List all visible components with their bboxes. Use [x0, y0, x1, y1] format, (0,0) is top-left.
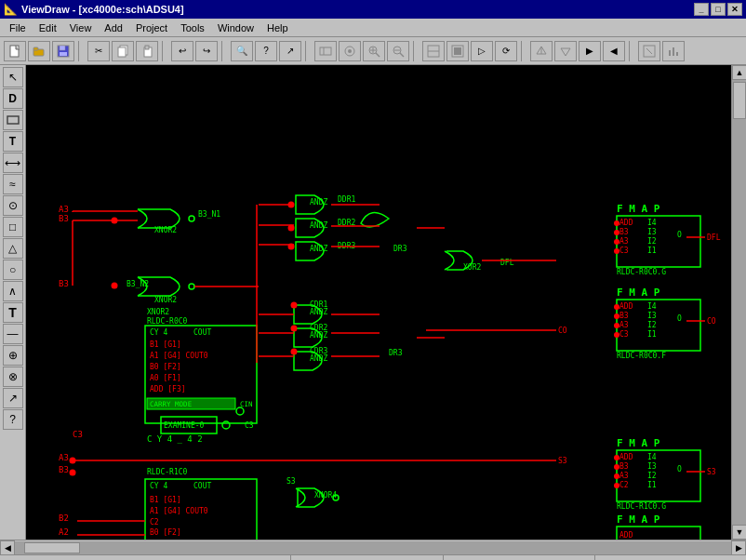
- svg-point-155: [70, 470, 76, 476]
- lt-rect[interactable]: □: [3, 217, 23, 237]
- tb-undo[interactable]: ↩: [171, 41, 193, 61]
- lt-arc[interactable]: ∧: [3, 281, 23, 301]
- main-area: ↖ D T ⟷ ≈ ⊙ □ △ ○ ∧ T — ⊕ ⊗ ↗ ? A3 B3 XN…: [0, 65, 746, 540]
- svg-text:XOR2: XOR2: [463, 263, 481, 272]
- maximize-button[interactable]: □: [711, 3, 726, 16]
- tb-zoom-fit[interactable]: [363, 41, 385, 61]
- left-toolbar: ↖ D T ⟷ ≈ ⊙ □ △ ○ ∧ T — ⊕ ⊗ ↗ ?: [0, 65, 26, 540]
- lt-draw-line[interactable]: D: [3, 88, 23, 109]
- menu-tools[interactable]: Tools: [175, 20, 210, 35]
- minimize-button[interactable]: _: [694, 3, 709, 16]
- svg-text:ADD: ADD: [619, 302, 633, 311]
- svg-text:I2: I2: [647, 321, 657, 329]
- menu-help[interactable]: Help: [261, 20, 294, 35]
- lt-circle[interactable]: ○: [3, 260, 23, 280]
- svg-text:I3: I3: [647, 462, 657, 471]
- svg-point-175: [291, 326, 298, 332]
- svg-rect-30: [669, 50, 671, 56]
- svg-point-179: [614, 239, 619, 245]
- tb-copy[interactable]: [112, 41, 134, 61]
- tool-section: Select: [291, 555, 443, 560]
- svg-rect-31: [673, 47, 674, 56]
- tb-paste[interactable]: [136, 41, 158, 61]
- svg-point-188: [614, 483, 619, 488]
- tb-c4[interactable]: ⟳: [495, 41, 517, 61]
- svg-text:S3: S3: [707, 468, 716, 476]
- svg-text:A0 [F1]: A0 [F1]: [150, 374, 181, 382]
- svg-text:B0 [F2]: B0 [F2]: [150, 363, 181, 371]
- svg-text:A3: A3: [59, 205, 69, 214]
- tb-c3[interactable]: ▷: [471, 41, 493, 61]
- menu-view[interactable]: View: [64, 20, 98, 35]
- tb-new[interactable]: [4, 41, 26, 61]
- tb-right[interactable]: ▶: [579, 41, 601, 61]
- svg-point-153: [112, 283, 118, 289]
- scroll-right-button[interactable]: ▶: [731, 540, 746, 555]
- lt-select[interactable]: ↖: [3, 67, 23, 87]
- lt-line[interactable]: —: [3, 324, 23, 344]
- tb-b2[interactable]: [339, 41, 361, 61]
- svg-text:B1 [G1]: B1 [G1]: [150, 496, 181, 504]
- svg-rect-32: [676, 52, 678, 56]
- hscroll-thumb[interactable]: [24, 542, 80, 553]
- svg-text:CARRY MODE: CARRY MODE: [150, 400, 193, 408]
- lt-wire[interactable]: ⟷: [3, 153, 23, 173]
- tb-redo[interactable]: ↪: [195, 41, 218, 61]
- lt-text[interactable]: T: [3, 131, 23, 152]
- tb-down[interactable]: [554, 41, 577, 61]
- tb-open[interactable]: [28, 41, 50, 61]
- menu-file[interactable]: File: [4, 20, 32, 35]
- lt-cross[interactable]: ⊗: [3, 367, 23, 387]
- lt-diagonal[interactable]: ↗: [3, 388, 23, 408]
- tb-arrow[interactable]: ↗: [279, 41, 301, 61]
- tb-c1[interactable]: [422, 41, 445, 61]
- svg-point-182: [614, 313, 619, 319]
- tb-chart[interactable]: [662, 41, 685, 61]
- lt-bus[interactable]: ≈: [3, 174, 23, 194]
- tb-up[interactable]: [530, 41, 553, 61]
- vertical-scrollbar[interactable]: ▲ ▼: [731, 65, 746, 540]
- svg-text:A2: A2: [59, 527, 69, 537]
- tb-b1[interactable]: [314, 41, 337, 61]
- tb-c2[interactable]: [446, 41, 469, 61]
- lt-help[interactable]: ?: [3, 409, 23, 430]
- lt-text2[interactable]: T: [3, 302, 23, 323]
- scroll-track[interactable]: [732, 80, 746, 525]
- tb-zoom-in[interactable]: 🔍: [231, 41, 253, 61]
- tb-zoom-out[interactable]: [387, 41, 409, 61]
- lt-junction[interactable]: ⊙: [3, 195, 23, 216]
- title-text: ViewDraw - [xc4000e:sch\ADSU4]: [21, 4, 184, 15]
- schematic-canvas[interactable]: A3 B3 XNOR2 B3_N1 ANDZ DDR1: [26, 65, 731, 540]
- menu-project[interactable]: Project: [130, 20, 173, 35]
- tb-save[interactable]: [52, 41, 74, 61]
- svg-text:ANDZ: ANDZ: [310, 245, 327, 253]
- hscroll-track[interactable]: [15, 541, 731, 554]
- titlebar-controls: _ □ ✕: [694, 3, 742, 16]
- scroll-down-button[interactable]: ▼: [732, 525, 746, 540]
- tb-cut[interactable]: ✂: [87, 41, 110, 61]
- scroll-up-button[interactable]: ▲: [732, 65, 746, 80]
- svg-text:F M A P: F M A P: [617, 437, 660, 449]
- menu-edit[interactable]: Edit: [33, 20, 62, 35]
- scroll-left-button[interactable]: ◀: [0, 540, 15, 555]
- lt-plus[interactable]: ⊕: [3, 345, 23, 366]
- svg-rect-2: [33, 47, 38, 50]
- menu-add[interactable]: Add: [99, 20, 128, 35]
- svg-text:A3: A3: [619, 472, 629, 480]
- svg-text:I1: I1: [647, 481, 657, 489]
- tb-net[interactable]: [638, 41, 660, 61]
- svg-text:C2: C2: [150, 518, 159, 527]
- scroll-thumb[interactable]: [733, 82, 746, 119]
- lt-triangle[interactable]: △: [3, 238, 23, 259]
- menu-window[interactable]: Window: [212, 20, 260, 35]
- tb-sep-4: [305, 41, 311, 61]
- lt-component[interactable]: [3, 110, 23, 130]
- svg-text:B3: B3: [619, 228, 629, 236]
- tb-left[interactable]: ◀: [603, 41, 625, 61]
- horizontal-scrollbar[interactable]: ◀ ▶: [0, 540, 746, 554]
- svg-text:DR3: DR3: [393, 245, 407, 253]
- svg-text:COUT: COUT: [193, 328, 211, 337]
- tb-help[interactable]: ?: [255, 41, 277, 61]
- svg-text:I3: I3: [647, 228, 657, 236]
- close-button[interactable]: ✕: [727, 3, 742, 16]
